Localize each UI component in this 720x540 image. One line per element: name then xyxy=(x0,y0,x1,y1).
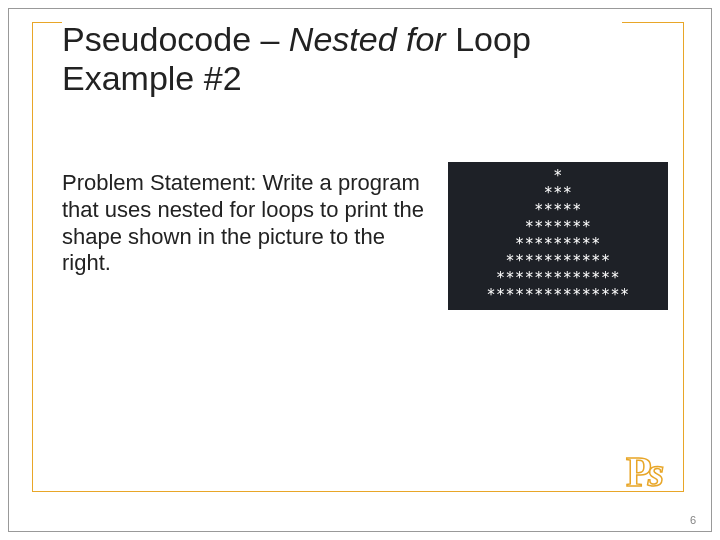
title-part1: Pseudocode – xyxy=(62,20,289,58)
title-part2-italic: Nested for xyxy=(289,20,455,58)
output-pyramid: * *** ***** ******* ********* **********… xyxy=(448,162,668,310)
slide-title: Pseudocode – Nested for Loop Example #2 xyxy=(62,20,622,98)
ps-logo: Ps xyxy=(626,448,664,496)
page-number: 6 xyxy=(690,514,696,526)
ps-logo-s: s xyxy=(648,449,664,495)
problem-statement: Problem Statement: Write a program that … xyxy=(62,170,432,277)
